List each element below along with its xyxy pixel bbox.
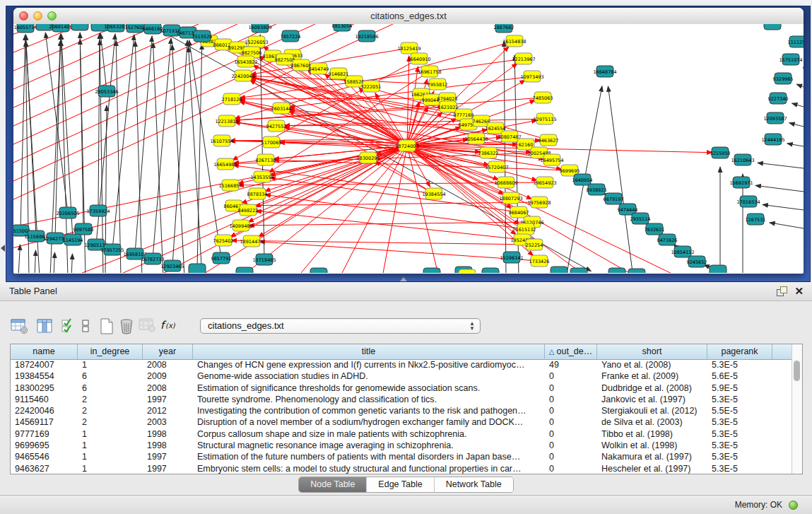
collapse-left-panel-icon[interactable] (1, 245, 5, 252)
graph-node[interactable]: 6679197 (604, 193, 624, 204)
graph-node[interactable]: 14353554 (250, 171, 273, 182)
graph-node[interactable]: 17016534 (736, 196, 760, 207)
table-row[interactable]: 911546021997Tourette syndrome. Phenomeno… (11, 394, 792, 405)
graph-node[interactable]: 1640954 (572, 174, 593, 185)
show-columns-icon[interactable] (37, 318, 53, 337)
graph-node[interactable]: 1170065 (261, 136, 282, 148)
graph-node[interactable] (189, 264, 206, 273)
graph-node[interactable]: 8813054 (332, 24, 353, 31)
graph-node[interactable]: 1615132 (516, 223, 536, 235)
graph-node[interactable]: 252254 (526, 239, 543, 250)
graph-node[interactable]: 16495754 (540, 154, 563, 165)
graph-node[interactable] (764, 24, 781, 30)
graph-node[interactable]: 9857791 (211, 252, 232, 264)
column-header[interactable]: year (143, 344, 193, 359)
graph-node[interactable] (482, 268, 499, 273)
node-table[interactable]: namein_degreeyeartitle△out_de…shortpager… (10, 344, 803, 474)
graph-node[interactable]: 15720407 (485, 161, 508, 173)
memory-ok-indicator[interactable] (789, 501, 798, 510)
graph-node[interactable]: 8471626 (657, 234, 678, 245)
graph-node[interactable]: 18724007 (395, 140, 418, 151)
graph-node[interactable]: 8878334 (247, 188, 268, 199)
graph-node[interactable] (236, 267, 253, 273)
table-row[interactable]: 977716911998Corpus callosum shape and si… (11, 428, 792, 440)
graph-node[interactable]: 12093587 (763, 112, 787, 124)
row-height-icon[interactable] (81, 318, 90, 337)
graph-node[interactable] (628, 269, 645, 273)
graph-node[interactable]: 7386322 (478, 147, 499, 158)
graph-node[interactable]: 12923465 (160, 260, 184, 271)
graph-node[interactable]: 15196141 (500, 252, 523, 263)
graph-node[interactable]: 16640910 (407, 53, 430, 64)
graph-node[interactable]: 16961758 (418, 66, 441, 77)
graph-node[interactable]: 20691406 (49, 24, 72, 32)
graph-node[interactable]: 7955812 (428, 78, 448, 90)
graph-node[interactable]: 13718485 (252, 254, 276, 265)
graph-node[interactable]: 15692971 (729, 177, 753, 188)
column-header[interactable]: title (193, 344, 545, 359)
table-row[interactable]: 1456911722003Disruption of a novel membe… (11, 416, 792, 428)
table-row[interactable]: 1938455462009Genome-wide association stu… (11, 370, 792, 382)
graph-node[interactable]: 16543822 (234, 56, 257, 67)
graph-node[interactable]: 12213819 (215, 115, 238, 127)
graph-node[interactable]: 9227340 (768, 93, 789, 104)
graph-node[interactable]: 16093809 (248, 24, 271, 33)
table-row[interactable]: 1872400712008Changes of HCN gene express… (11, 359, 792, 370)
column-header[interactable]: short (597, 344, 707, 359)
graph-node[interactable]: 15226053 (245, 36, 268, 47)
table-body[interactable]: 1872400712008Changes of HCN gene express… (11, 359, 792, 474)
graph-node[interactable]: 16648784 (593, 66, 616, 77)
network-canvas[interactable]: 1872400779638228660126891295415226053982… (13, 24, 804, 273)
splitter-handle[interactable] (400, 277, 407, 281)
graph-node[interactable]: 12213967 (512, 53, 535, 64)
graph-node[interactable]: 9329965 (773, 73, 794, 84)
graph-node[interactable]: 10973493 (520, 71, 543, 82)
graph-node[interactable]: 16154838 (502, 35, 526, 47)
graph-node[interactable]: 20206505 (56, 207, 79, 218)
graph-node[interactable]: 12444195 (761, 134, 784, 145)
graph-node[interactable]: 8938923 (587, 184, 607, 195)
close-panel-icon[interactable]: ✕ (794, 285, 804, 298)
graph-node[interactable]: 7515526 (192, 30, 213, 42)
tab-edge-table[interactable]: Edge Table (367, 477, 434, 492)
table-row[interactable]: 1830029562008Estimation of significance … (11, 382, 792, 394)
delete-table-icon[interactable] (119, 318, 134, 338)
table-selector[interactable]: citations_edges.txt ▲▼ (200, 318, 481, 334)
graph-node[interactable]: 19218596 (355, 30, 378, 42)
select-columns-icon[interactable] (61, 318, 75, 337)
table-row[interactable]: 969969511998Structural magnetic resonanc… (11, 440, 792, 451)
graph-node[interactable]: 18300295 (356, 152, 379, 163)
graph-node[interactable] (423, 268, 440, 273)
graph-node[interactable]: 15751074 (779, 54, 802, 65)
graph-node[interactable]: 7857224 (281, 30, 301, 42)
graph-node[interactable]: 7625402 (213, 235, 234, 246)
graph-node[interactable] (570, 268, 587, 273)
graph-node[interactable]: 8267130 (256, 154, 276, 165)
citation-network-graph[interactable]: 1872400779638228660126891295415226053982… (13, 24, 804, 273)
table-row[interactable]: 946362711997Embryonic stem cells: a mode… (11, 463, 792, 474)
graph-node[interactable]: 3222051 (361, 81, 382, 92)
table-row[interactable]: 946554611997Estimation of the future num… (11, 451, 792, 462)
graph-node[interactable]: 18125419 (397, 42, 420, 54)
graph-node[interactable]: 16654985 (213, 158, 237, 170)
graph-node[interactable] (608, 268, 625, 273)
graph-node[interactable] (310, 268, 327, 273)
graph-node[interactable]: 9427552 (266, 120, 287, 132)
graph-node[interactable] (71, 24, 88, 30)
graph-node[interactable]: 7485063 (533, 92, 553, 103)
graph-node[interactable] (551, 267, 567, 273)
graph-node[interactable]: 18807293 (499, 192, 522, 204)
tab-network-table[interactable]: Network Table (435, 477, 513, 492)
graph-node[interactable]: 17359924 (86, 205, 110, 216)
new-table-icon[interactable] (100, 318, 114, 338)
function-builder-icon[interactable]: f(x) (160, 318, 180, 335)
graph-node[interactable]: 9097588 (73, 223, 94, 235)
table-settings-icon[interactable] (11, 318, 29, 337)
table-row[interactable]: 2242004622012Investigating the contribut… (11, 405, 792, 416)
graph-node[interactable]: 9245652 (687, 256, 707, 267)
graph-node[interactable]: 14099489 (229, 220, 252, 231)
network-view-window[interactable]: citations_edges.txt 18724007796382286601… (13, 8, 804, 274)
graph-node[interactable]: 22420046 (231, 70, 254, 81)
graph-node[interactable]: 8498222 (238, 204, 259, 216)
column-header[interactable]: △out_de… (545, 344, 597, 359)
